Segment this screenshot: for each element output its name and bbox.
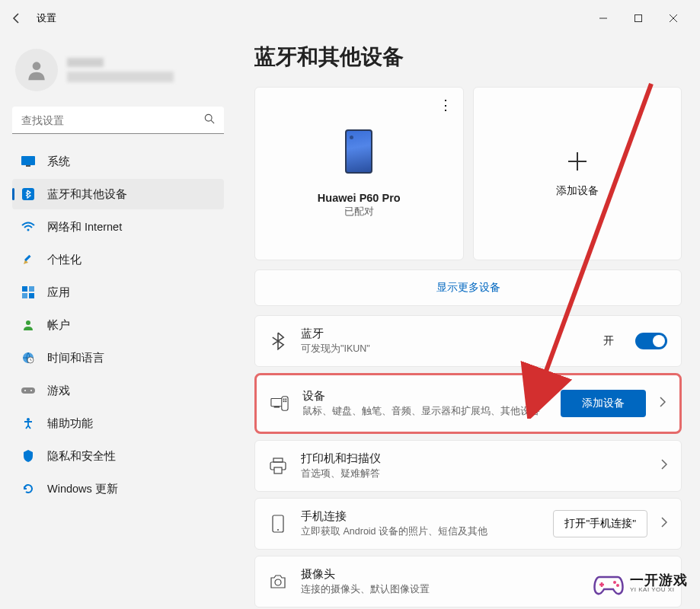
sidebar-item-time[interactable]: 时间和语言 <box>12 343 224 373</box>
printer-icon <box>269 457 287 475</box>
user-name-redacted <box>67 58 104 67</box>
close-button[interactable] <box>656 6 691 30</box>
svg-rect-31 <box>285 400 286 402</box>
bluetooth-title: 蓝牙 <box>301 327 590 341</box>
sidebar-item-label: 隐私和安全性 <box>47 449 116 464</box>
sidebar-item-label: 辅助功能 <box>47 416 93 431</box>
sidebar-item-apps[interactable]: 应用 <box>12 277 224 308</box>
svg-point-16 <box>26 320 30 325</box>
bluetooth-card[interactable]: 蓝牙 可发现为"IKUN" 开 <box>254 315 682 367</box>
sidebar-item-gaming[interactable]: 游戏 <box>12 375 224 406</box>
svg-point-10 <box>27 229 30 231</box>
sidebar-item-accounts[interactable]: 帐户 <box>12 310 224 340</box>
privacy-icon <box>21 449 35 463</box>
paired-device-tile[interactable]: ⋮ Huawei P60 Pro 已配对 <box>254 87 464 260</box>
svg-line-6 <box>211 120 214 123</box>
sidebar-item-update[interactable]: Windows 更新 <box>12 473 224 504</box>
add-device-label: 添加设备 <box>556 184 599 198</box>
devices-title: 设备 <box>302 389 547 403</box>
bluetooth-sub: 可发现为"IKUN" <box>301 343 590 356</box>
svg-rect-19 <box>21 387 35 394</box>
page-title: 蓝牙和其他设备 <box>254 43 682 72</box>
add-device-button[interactable]: 添加设备 <box>561 390 646 417</box>
phone-link-sub: 立即获取 Android 设备的照片、短信及其他 <box>301 525 539 538</box>
system-icon <box>21 155 35 168</box>
wifi-icon <box>21 220 35 234</box>
bluetooth-toggle[interactable] <box>635 333 667 349</box>
devices-icon <box>270 394 289 413</box>
sidebar-item-personalization[interactable]: 个性化 <box>12 244 224 275</box>
camera-icon <box>269 572 287 591</box>
svg-rect-11 <box>24 255 30 261</box>
printers-sub: 首选项、疑难解答 <box>301 467 647 480</box>
sidebar-item-label: 蓝牙和其他设备 <box>47 187 127 202</box>
sidebar-item-privacy[interactable]: 隐私和安全性 <box>12 441 224 471</box>
svg-rect-34 <box>274 467 282 473</box>
svg-rect-14 <box>22 293 27 298</box>
toggle-label: 开 <box>603 334 614 348</box>
add-device-tile[interactable]: 添加设备 <box>473 87 682 260</box>
sidebar-item-label: 应用 <box>47 285 70 300</box>
sidebar-item-system[interactable]: 系统 <box>12 146 224 177</box>
device-status: 已配对 <box>344 206 374 218</box>
apps-icon <box>21 285 35 299</box>
sidebar-item-bluetooth[interactable]: 蓝牙和其他设备 <box>12 179 224 209</box>
account-icon <box>21 318 35 332</box>
svg-point-41 <box>613 581 616 584</box>
devices-card[interactable]: 设备 鼠标、键盘、触笔、音频、显示器和扩展坞、其他设备 添加设备 <box>254 373 682 434</box>
minimize-button[interactable] <box>586 6 621 30</box>
avatar <box>15 49 58 91</box>
svg-point-42 <box>616 584 619 587</box>
open-phone-link-button[interactable]: 打开"手机连接" <box>553 510 647 537</box>
phone-device-icon <box>345 129 372 174</box>
svg-point-5 <box>205 114 212 121</box>
svg-rect-13 <box>29 286 34 292</box>
search-icon <box>204 113 215 127</box>
sidebar-item-label: 时间和语言 <box>47 351 104 365</box>
svg-rect-32 <box>273 458 283 462</box>
svg-rect-26 <box>274 407 280 408</box>
svg-point-21 <box>30 390 32 391</box>
svg-point-22 <box>27 418 30 421</box>
svg-rect-7 <box>21 156 35 165</box>
svg-rect-29 <box>285 399 286 400</box>
chevron-right-icon <box>660 397 666 410</box>
svg-point-20 <box>24 390 26 391</box>
back-button[interactable] <box>9 11 24 26</box>
paintbrush-icon <box>21 253 35 266</box>
sidebar-item-label: 帐户 <box>47 318 70 333</box>
svg-point-37 <box>275 579 281 585</box>
accessibility-icon <box>21 416 35 430</box>
user-section[interactable] <box>12 43 224 107</box>
update-icon <box>21 482 35 496</box>
phone-link-title: 手机连接 <box>301 509 539 524</box>
svg-rect-15 <box>29 293 34 298</box>
phone-link-card[interactable]: 手机连接 立即获取 Android 设备的照片、短信及其他 打开"手机连接" <box>254 498 682 550</box>
svg-point-4 <box>33 62 41 70</box>
maximize-button[interactable] <box>621 6 656 30</box>
search-input[interactable] <box>12 107 224 134</box>
sidebar-item-accessibility[interactable]: 辅助功能 <box>12 408 224 438</box>
svg-rect-12 <box>22 286 27 292</box>
show-more-devices-link[interactable]: 显示更多设备 <box>254 269 682 306</box>
sidebar-item-label: 系统 <box>47 155 70 169</box>
sidebar-item-label: 网络和 Internet <box>47 220 122 234</box>
svg-rect-1 <box>635 15 642 22</box>
gaming-icon <box>21 384 35 397</box>
svg-rect-28 <box>283 399 285 400</box>
user-email-redacted <box>67 72 174 82</box>
svg-rect-27 <box>282 397 288 410</box>
plus-icon <box>565 149 590 174</box>
sidebar-item-label: Windows 更新 <box>47 482 118 496</box>
sidebar-item-network[interactable]: 网络和 Internet <box>12 212 224 242</box>
controller-icon <box>593 569 624 597</box>
sidebar-item-label: 游戏 <box>47 384 70 398</box>
bluetooth-icon <box>21 187 35 201</box>
svg-rect-25 <box>271 399 283 407</box>
chevron-right-icon <box>661 459 667 473</box>
svg-rect-8 <box>26 165 30 167</box>
printers-card[interactable]: 打印机和扫描仪 首选项、疑难解答 <box>254 440 682 492</box>
more-icon[interactable]: ⋮ <box>439 97 451 113</box>
watermark: 一开游戏 YI KAI YOU XI <box>593 569 688 597</box>
chevron-right-icon <box>661 517 667 531</box>
